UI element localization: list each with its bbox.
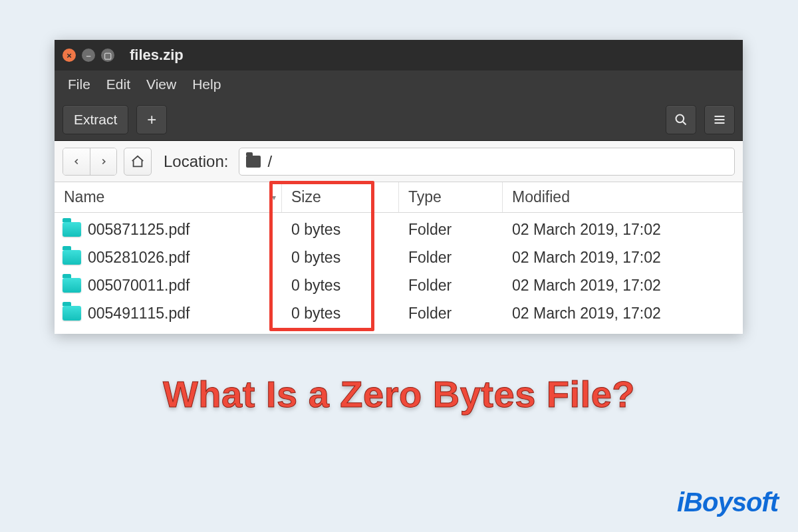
window-maximize-button[interactable]: ▢ [101,49,114,62]
home-button[interactable] [124,148,152,176]
location-path: / [267,152,272,171]
column-headers: Name ▾ Size Type Modified [55,182,743,213]
folder-icon [246,156,261,168]
file-size: 0 bytes [282,249,399,267]
toolbar: Extract + [55,98,743,141]
column-header-size[interactable]: Size [282,182,399,212]
hamburger-icon [713,113,726,126]
table-row[interactable]: 005281026.pdf 0 bytes Folder 02 March 20… [55,243,743,271]
window-minimize-button[interactable]: – [82,49,95,62]
menubar: File Edit View Help [55,70,743,98]
file-modified: 02 March 2019, 17:02 [503,249,743,267]
nav-back-button[interactable] [63,148,90,175]
file-name: 005070011.pdf [88,277,190,295]
file-type: Folder [399,305,503,323]
window-close-button[interactable]: × [63,49,76,62]
file-type: Folder [399,249,503,267]
nav-group [63,148,117,176]
nav-forward-button[interactable] [90,148,116,175]
location-bar: Location: / [55,141,743,182]
folder-icon [63,222,81,237]
menu-file[interactable]: File [61,74,97,95]
add-button[interactable]: + [136,105,167,134]
file-modified: 02 March 2019, 17:02 [503,221,743,239]
chevron-left-icon [72,157,81,166]
titlebar: × – ▢ files.zip [55,40,743,70]
menu-edit[interactable]: Edit [100,74,137,95]
table-row[interactable]: 005871125.pdf 0 bytes Folder 02 March 20… [55,215,743,243]
extract-button[interactable]: Extract [63,105,128,134]
table-row[interactable]: 005491115.pdf 0 bytes Folder 02 March 20… [55,299,743,327]
search-button[interactable] [666,105,696,134]
watermark-logo: iBoysoft [677,487,778,517]
svg-line-1 [683,121,686,124]
file-size: 0 bytes [282,305,399,323]
file-type: Folder [399,277,503,295]
column-header-type[interactable]: Type [399,182,503,212]
file-modified: 02 March 2019, 17:02 [503,305,743,323]
archive-manager-window: × – ▢ files.zip File Edit View Help Extr… [55,40,743,334]
chevron-right-icon [99,157,108,166]
file-modified: 02 March 2019, 17:02 [503,277,743,295]
svg-point-0 [676,114,684,122]
menu-view[interactable]: View [140,74,183,95]
table-row[interactable]: 005070011.pdf 0 bytes Folder 02 March 20… [55,271,743,299]
caption-heading: What Is a Zero Bytes File? [0,372,798,416]
file-name: 005281026.pdf [88,249,190,267]
folder-icon [63,250,81,265]
file-size: 0 bytes [282,221,399,239]
folder-icon [63,306,81,321]
home-icon [130,154,145,169]
file-list: 005871125.pdf 0 bytes Folder 02 March 20… [55,213,743,334]
file-size: 0 bytes [282,277,399,295]
file-name: 005871125.pdf [88,221,190,239]
file-type: Folder [399,221,503,239]
location-label: Location: [164,152,228,171]
hamburger-menu-button[interactable] [704,105,735,134]
folder-icon [63,278,81,293]
window-title: files.zip [130,47,184,64]
column-header-modified[interactable]: Modified [503,182,743,212]
menu-help[interactable]: Help [186,74,227,95]
file-name: 005491115.pdf [88,305,190,323]
sort-indicator-icon: ▾ [272,193,276,202]
location-field[interactable]: / [239,148,735,176]
column-header-name[interactable]: Name ▾ [55,182,282,212]
search-icon [674,113,688,126]
